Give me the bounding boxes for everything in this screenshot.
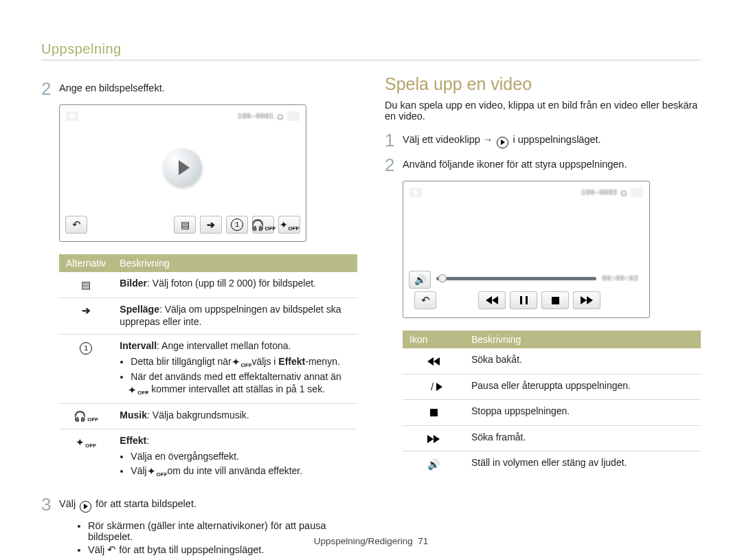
col-alternativ: Alternativ (59, 254, 113, 272)
left-column: 2 Ange en bildspelseffekt. 100-0001 ▣ (41, 77, 357, 557)
interval-option-button[interactable]: 1 (226, 216, 248, 234)
interval-note-2: När det används med ett effektalternativ… (131, 370, 350, 396)
exposure-icon: ▣ (621, 188, 626, 197)
volume-icon: 🔊 (426, 458, 441, 471)
playmode-option-button[interactable]: ➔ (200, 216, 222, 234)
music-option-button[interactable]: 🎧OFF (252, 216, 274, 234)
arrow-right-icon: ➔ (78, 304, 93, 317)
slideshow-screen: 100-0001 ▣ ↶ ▤ ➔ 1 🎧OFF ✦OFF (59, 104, 306, 242)
section-intro: Du kan spela upp en video, klippa ut en … (385, 100, 701, 122)
step-text: Välj för att starta bildspelet. (59, 495, 196, 513)
image-counter: 100-0002 (581, 188, 618, 197)
row-images: ▤ Bilder: Välj foton (upp till 2 000) fö… (59, 272, 357, 298)
effect-off-icon: ✦OFF (234, 357, 249, 369)
step-num: 2 (41, 80, 55, 98)
page-footer: Uppspelning/Redigering 71 (0, 536, 742, 546)
pause-play-icon: / (426, 381, 441, 393)
row-volume: 🔊 Ställ in volymen eller stäng av ljudet… (403, 451, 701, 477)
playback-mode-icon (65, 111, 79, 122)
time-elapsed: 00:00:02 (602, 274, 638, 282)
video-controls-table: Ikon Beskrivning Söka bakåt. / Pausa ell… (403, 331, 701, 477)
effect-note-2: Välj ✦OFF om du inte vill använda effekt… (131, 464, 350, 478)
effect-off-icon: ✦OFF (131, 384, 146, 396)
step-text: Ange en bildspelseffekt. (59, 80, 165, 93)
step-num: 2 (385, 156, 398, 174)
step-num: 1 (385, 131, 398, 149)
battery-icon (630, 187, 644, 198)
play-circle-icon (497, 137, 508, 148)
row-ff: Söka framåt. (403, 425, 701, 451)
video-playback-screen: 100-0002 ▣ 🔊 00:00:02 (403, 181, 650, 318)
battery-icon (286, 111, 300, 122)
images-icon: ▤ (78, 279, 93, 291)
row-stop: Stoppa uppspelningen. (403, 400, 701, 426)
fast-forward-button[interactable] (573, 291, 600, 309)
col-beskrivning: Beskrivning (113, 254, 357, 272)
table-header-row: Alternativ Beskrivning (59, 254, 357, 272)
row-interval: 1 Intervall: Ange intervallet mellan fot… (59, 335, 357, 403)
step-3: 3 Välj för att starta bildspelet. (41, 495, 357, 513)
slideshow-options-table: Alternativ Beskrivning ▤ Bilder: Välj fo… (59, 254, 357, 484)
pause-button[interactable] (510, 291, 537, 309)
step-num: 3 (41, 495, 55, 513)
back-button[interactable]: ↶ (414, 291, 436, 309)
row-pause-play: / Pausa eller återuppta uppspelningen. (403, 374, 701, 400)
step-1: 1 Välj ett videoklipp → i uppspelningslä… (385, 131, 701, 149)
row-effect: ✦OFF Effekt: Välja en övergångseffekt. V… (59, 429, 357, 485)
interval-icon: 1 (80, 342, 92, 355)
thumbnail-silhouette (519, 194, 581, 284)
step-2: 2 Ange en bildspelseffekt. (41, 80, 357, 98)
effect-off-icon: ✦OFF (78, 436, 93, 449)
col-ikon: Ikon (403, 331, 464, 348)
rewind-icon (426, 355, 441, 368)
volume-button[interactable]: 🔊 (409, 271, 431, 289)
table-header-row: Ikon Beskrivning (403, 331, 701, 348)
headphones-off-icon: 🎧OFF (78, 411, 93, 423)
playback-mode-icon (409, 187, 423, 198)
right-column: Spela upp en video Du kan spela upp en v… (385, 77, 701, 557)
play-icon[interactable] (164, 148, 202, 187)
section-header: Uppspelning (41, 41, 701, 60)
rewind-button[interactable] (478, 291, 506, 309)
image-counter: 100-0001 (238, 112, 274, 120)
effect-option-button[interactable]: ✦OFF (278, 216, 300, 234)
images-option-button[interactable]: ▤ (174, 216, 196, 234)
effect-note-1: Välja en övergångseffekt. (131, 450, 350, 463)
exposure-icon: ▣ (278, 112, 282, 121)
stop-icon (426, 407, 441, 419)
row-rewind: Söka bakåt. (403, 348, 701, 374)
step-text: Använd följande ikoner för att styra upp… (403, 156, 627, 170)
col-beskrivning: Beskrivning (464, 331, 701, 348)
play-circle-icon (80, 501, 91, 513)
step-text: Välj ett videoklipp → i uppspelningsläge… (403, 131, 601, 148)
interval-note-1: Detta blir tillgängligt när ✦OFF väljs i… (131, 355, 350, 368)
fast-forward-icon (426, 433, 441, 445)
step-2: 2 Använd följande ikoner för att styra u… (385, 156, 701, 174)
row-playmode: ➔ Spelläge: Välja om uppspelningen av bi… (59, 298, 357, 335)
stop-button[interactable] (541, 291, 569, 309)
effect-off-icon: ✦OFF (150, 465, 165, 478)
row-music: 🎧OFF Musik: Välja bakgrundsmusik. (59, 403, 357, 429)
section-title: Spela upp en video (385, 74, 701, 94)
back-button[interactable]: ↶ (65, 216, 87, 234)
